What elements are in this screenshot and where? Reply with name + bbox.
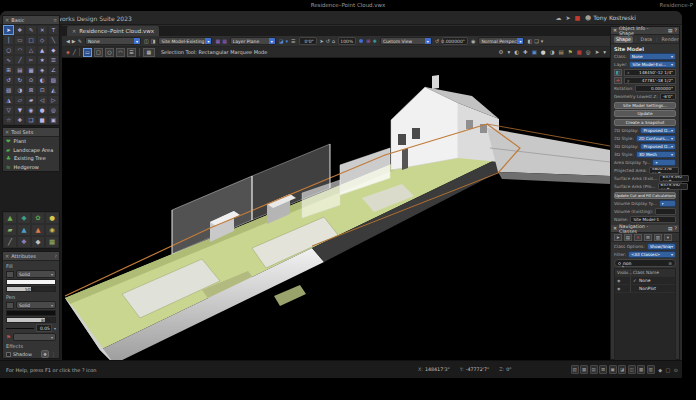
class-table-header[interactable]: Visibi...Class Name [615,269,675,277]
basic-tool[interactable]: ▲ [37,45,48,55]
pen-style-select[interactable]: Solid▾ [16,301,56,309]
basic-tool[interactable]: ◭ [48,85,59,95]
pen-opacity-slider[interactable]: 80% [6,317,56,323]
tool-set-hedgerow[interactable]: ≋Hedgerow [3,163,59,172]
basic-tool[interactable]: ☆ [3,115,14,125]
object-name-value[interactable]: Site Model-1 [630,216,676,223]
effects-settings-button[interactable]: ❖ [41,350,49,358]
xy-axis-icon[interactable]: ◧ [614,69,622,76]
collapse-icon[interactable]: ✕ [5,129,9,135]
basic-tool[interactable]: ╱ [14,55,25,65]
document-tab[interactable]: ✕ Residence–Point Cloud.vwx [67,26,159,36]
record-badge-icon[interactable]: ■ [574,14,580,21]
chevron-down-icon[interactable]: ▾ [54,326,56,331]
interactive-scale-icon[interactable]: ◈ [66,49,70,55]
snap-grid-icon[interactable]: ⊞ [366,38,370,44]
panel-menu-icon[interactable]: ▤ [668,28,673,33]
landscape-tool[interactable]: ● [45,212,59,224]
basic-tool[interactable]: ▱ [14,95,25,105]
close-icon[interactable]: ✕ [5,253,9,259]
basic-tool[interactable]: ▭ [14,35,25,45]
landscape-tool[interactable]: ◆ [31,236,45,248]
basic-tool[interactable]: ❖ [14,25,25,35]
basic-tool[interactable]: △ [25,45,36,55]
basic-tool[interactable]: ◁ [37,95,48,105]
pen-mode-icon[interactable]: ╱ [73,49,76,55]
landscape-tool[interactable]: ◆ [17,212,31,224]
basic-tool[interactable]: □ [25,35,36,45]
render-style-icon[interactable]: ● [541,49,546,55]
class-search-field[interactable]: non ⊗ [614,259,676,267]
basic-tool[interactable]: ◆ [48,45,59,55]
pointer-share-icon[interactable]: ➤ [565,14,570,21]
status-tool-icon[interactable]: ▥ [647,365,655,374]
tool-set-existing-tree[interactable]: ♣Existing Tree [3,154,59,163]
basic-tool[interactable]: ╲ [48,35,59,45]
nav-delete-icon[interactable]: ✕ [634,234,642,241]
z-axis-icon[interactable]: ✛ [614,77,622,84]
basic-tool[interactable]: ▤ [14,65,25,75]
navigation-header[interactable]: ✕Navigation - Classes▤? [611,225,679,233]
landscape-tool[interactable]: ▰ [3,224,17,236]
heliodon-icon[interactable]: ◑ [550,49,555,55]
basic-tool[interactable]: T [48,25,59,35]
status-tool-icon[interactable]: ◫ [628,365,636,374]
cloud-sync-icon[interactable]: ☁ [555,14,561,21]
basic-tool[interactable]: ⊙ [25,75,36,85]
landscape-tool[interactable]: ╱ [3,236,17,248]
back-icon[interactable]: ◀ [66,38,70,44]
basic-tool[interactable]: ★ [37,55,48,65]
working-plane-select[interactable]: Layer Plane▾ [230,37,276,45]
pen-color-bar[interactable] [6,310,56,316]
basic-tool[interactable]: ✂ [25,55,36,65]
landscape-tool[interactable]: ◉ [45,224,59,236]
basic-tool[interactable]: ✚ [14,115,25,125]
render-settings-icon[interactable]: ⚙ [499,49,504,55]
landscape-tool[interactable]: ▦ [45,236,59,248]
basic-tool[interactable]: ❏ [25,115,36,125]
layer-nav-icon[interactable]: ▦ [222,38,227,44]
oip-layer-select[interactable]: Site Model-Exi...▾ [629,61,676,68]
close-icon[interactable]: ✕ [613,28,617,33]
basic-tool[interactable]: ⊞ [3,65,14,75]
tab-shape[interactable]: Shape [614,36,633,43]
camera-icon[interactable]: ◎ [586,49,591,55]
create-a-snapshotbutton[interactable]: Create a Snapshot [614,119,676,126]
help-icon[interactable]: ? [674,28,677,33]
shadow-checkbox[interactable] [6,352,11,357]
basic-tool[interactable]: ● [37,105,48,115]
basic-tool[interactable]: ▨ [3,85,14,95]
class-row[interactable]: ◉ NonPlot [615,285,675,293]
drawing-canvas[interactable] [62,58,610,360]
zoom-level-value[interactable]: 100% [338,37,356,45]
landscape-tool[interactable]: ▲ [3,212,17,224]
tool-set-landscape-area[interactable]: ▰Landscape Area [3,146,59,155]
position-y-field[interactable]: y47781'-18 1/2" [624,77,676,84]
attributes-header[interactable]: ✕Attributes? [3,252,59,261]
basic-tool[interactable]: ↺ [3,75,14,85]
basic-tool[interactable]: ▽ [3,105,14,115]
basic-tool[interactable]: ◈ [37,65,48,75]
help-icon[interactable]: ? [55,254,57,259]
annotate-icon[interactable]: ✎ [78,38,82,44]
status-mode-icon[interactable]: ⊙ [674,367,678,373]
basic-tool[interactable]: ○ [3,45,14,55]
basic-tool[interactable]: ▰ [25,95,36,105]
nav-more-icon[interactable]: ▾ [664,234,672,241]
layer-scale-value[interactable]: 0'0" [299,37,317,45]
walkthrough-icon[interactable]: ➤ [595,49,600,55]
clip-cube-icon[interactable]: ◧ [527,38,532,44]
tool-sets-header[interactable]: ✕Tool Sets [3,128,59,137]
status-tool-icon[interactable]: ▧ [571,365,579,374]
tab-render[interactable]: Render [660,37,681,42]
status-mode-icon[interactable]: □ [666,367,671,373]
visibility-icon[interactable]: ◉ [617,278,621,283]
nav-grid-icon[interactable]: ⊞ [644,234,652,241]
basic-tool[interactable]: ▣ [48,115,59,125]
rotation-value[interactable]: 0.000000° [635,85,676,92]
basic-tool[interactable]: │ [3,35,14,45]
more-options-icon[interactable]: ⋮ [51,351,56,357]
fill-color-bar[interactable] [6,279,56,285]
palette-menu-icon[interactable]: ≡ [53,18,57,23]
oip-select[interactable]: Proposed O...▾ [640,143,676,150]
